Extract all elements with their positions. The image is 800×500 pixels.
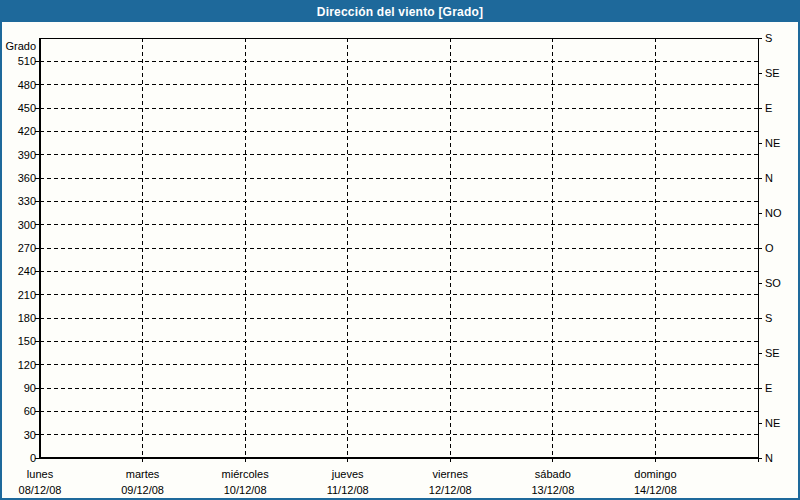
x-axis-date-label: 14/12/08	[634, 484, 677, 496]
x-axis-day-label: domingo	[634, 468, 676, 480]
y-axis-tick-label: 300	[18, 219, 36, 231]
x-axis-date-label: 12/12/08	[429, 484, 472, 496]
x-axis-date-label: 09/12/08	[121, 484, 164, 496]
compass-axis-tick-label: S	[765, 312, 772, 324]
chart-title-bar: Dirección del viento [Grado]	[2, 2, 798, 22]
x-axis-day-label: viernes	[433, 468, 469, 480]
compass-axis-tick-label: NE	[765, 137, 780, 149]
y-axis-tick-label: 90	[24, 382, 36, 394]
x-axis-day-label: martes	[126, 468, 160, 480]
compass-axis-tick-label: NE	[765, 417, 780, 429]
x-axis-date-label: 08/12/08	[19, 484, 62, 496]
compass-axis-tick-label: E	[765, 382, 772, 394]
y-axis-tick-label: 30	[24, 429, 36, 441]
y-axis-tick-label: 330	[18, 195, 36, 207]
y-axis-tick-label: 510	[18, 55, 36, 67]
compass-axis-tick-label: S	[765, 32, 772, 44]
y-axis-tick-label: 0	[30, 452, 36, 464]
y-axis-tick-label: 240	[18, 265, 36, 277]
y-axis-tick-label: 150	[18, 335, 36, 347]
y-axis-tick-label: 120	[18, 359, 36, 371]
x-axis-date-label: 13/12/08	[531, 484, 574, 496]
compass-axis-tick-label: N	[765, 172, 773, 184]
y-axis-tick-label: 420	[18, 125, 36, 137]
chart-window: Dirección del viento [Grado] Grado030609…	[0, 0, 800, 500]
x-axis-date-label: 11/12/08	[327, 484, 369, 496]
y-axis-tick-label: 270	[18, 242, 36, 254]
y-axis-tick-label: 60	[24, 405, 36, 417]
x-axis-day-label: sábado	[535, 468, 571, 480]
compass-axis-tick-label: O	[765, 242, 774, 254]
y-axis-unit-label: Grado	[5, 40, 36, 52]
x-axis-date-label: 10/12/08	[224, 484, 267, 496]
chart-title-text: Dirección del viento [Grado]	[317, 5, 483, 19]
y-axis-tick-label: 390	[18, 149, 36, 161]
compass-axis-tick-label: SO	[765, 277, 781, 289]
y-axis-tick-label: 210	[18, 289, 36, 301]
y-axis-tick-label: 180	[18, 312, 36, 324]
chart-plot-area: Grado03060901201501802102402703003303603…	[2, 22, 798, 498]
x-axis-day-label: miércoles	[222, 468, 270, 480]
compass-axis-tick-label: NO	[765, 207, 782, 219]
x-axis-day-label: jueves	[331, 468, 364, 480]
compass-axis-tick-label: E	[765, 102, 772, 114]
y-axis-tick-label: 450	[18, 102, 36, 114]
compass-axis-tick-label: SE	[765, 67, 780, 79]
x-axis-day-label: lunes	[27, 468, 54, 480]
compass-axis-tick-label: SE	[765, 347, 780, 359]
compass-axis-tick-label: N	[765, 452, 773, 464]
y-axis-tick-label: 360	[18, 172, 36, 184]
y-axis-tick-label: 480	[18, 79, 36, 91]
